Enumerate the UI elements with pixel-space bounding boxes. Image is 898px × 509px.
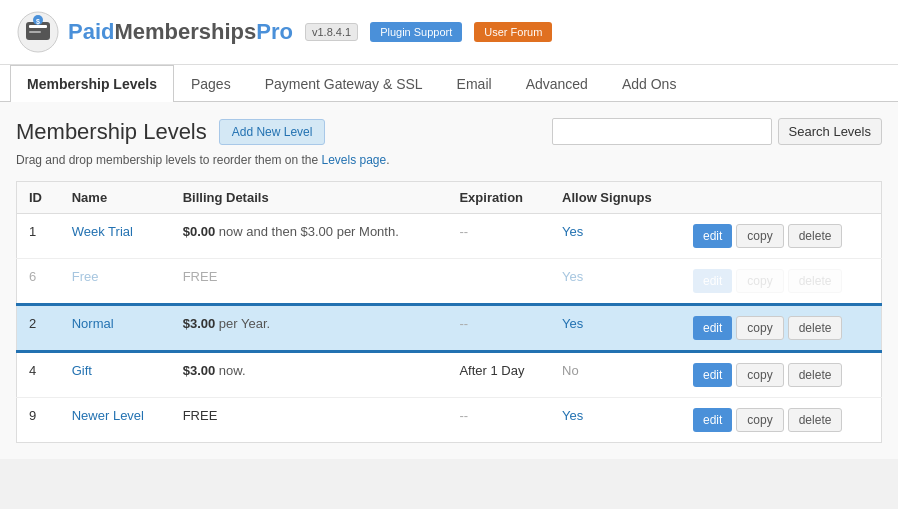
- table-wrapper: ID Name Billing Details Expiration Allow…: [16, 181, 882, 443]
- billing-amount: $0.00: [183, 224, 216, 239]
- copy-button-4[interactable]: copy: [736, 363, 783, 387]
- col-allow-signups: Allow Signups: [550, 182, 681, 214]
- tab-advanced[interactable]: Advanced: [509, 65, 605, 102]
- table-row: 2Normal$3.00 per Year.--Yeseditcopydelet…: [17, 305, 882, 352]
- cell-expiration: --: [447, 305, 550, 352]
- billing-details: now and then $3.00 per Month.: [215, 224, 399, 239]
- delete-button-1[interactable]: delete: [788, 224, 843, 248]
- page-title: Membership Levels: [16, 119, 207, 145]
- cell-actions: editcopydelete: [681, 305, 882, 352]
- tab-payment-gateway[interactable]: Payment Gateway & SSL: [248, 65, 440, 102]
- content-area: Membership Levels Add New Level Search L…: [0, 102, 898, 459]
- levels-table: ID Name Billing Details Expiration Allow…: [16, 181, 882, 443]
- cell-id: 9: [17, 398, 60, 443]
- cell-name: Gift: [60, 352, 171, 398]
- copy-button-2[interactable]: copy: [736, 316, 783, 340]
- action-buttons: editcopydelete: [693, 363, 869, 387]
- col-expiration: Expiration: [447, 182, 550, 214]
- table-header-row: ID Name Billing Details Expiration Allow…: [17, 182, 882, 214]
- tab-email[interactable]: Email: [440, 65, 509, 102]
- table-row: 4Gift$3.00 now.After 1 DayNoeditcopydele…: [17, 352, 882, 398]
- cell-name: Free: [60, 259, 171, 305]
- nav-tabs: Membership Levels Pages Payment Gateway …: [0, 65, 898, 102]
- cell-allow-signups: No: [550, 352, 681, 398]
- search-levels-button[interactable]: Search Levels: [778, 118, 882, 145]
- cell-expiration: --: [447, 398, 550, 443]
- svg-rect-3: [29, 31, 41, 33]
- search-row: Search Levels: [552, 118, 882, 145]
- cell-actions: editcopydelete: [681, 352, 882, 398]
- plugin-support-button[interactable]: Plugin Support: [370, 22, 462, 42]
- level-name-link[interactable]: Newer Level: [72, 408, 144, 423]
- cell-billing: $3.00 per Year.: [171, 305, 448, 352]
- table-body: 1Week Trial$0.00 now and then $3.00 per …: [17, 214, 882, 443]
- table-row: 6FreeFREEYeseditcopydelete: [17, 259, 882, 305]
- edit-button-9[interactable]: edit: [693, 408, 732, 432]
- svg-rect-2: [29, 25, 47, 28]
- page-title-row: Membership Levels Add New Level Search L…: [16, 118, 882, 145]
- version-badge: v1.8.4.1: [305, 23, 358, 41]
- tab-pages[interactable]: Pages: [174, 65, 248, 102]
- edit-button-4[interactable]: edit: [693, 363, 732, 387]
- col-name: Name: [60, 182, 171, 214]
- table-row: 1Week Trial$0.00 now and then $3.00 per …: [17, 214, 882, 259]
- level-name-link[interactable]: Week Trial: [72, 224, 133, 239]
- cell-allow-signups: Yes: [550, 398, 681, 443]
- cell-id: 1: [17, 214, 60, 259]
- cell-id: 6: [17, 259, 60, 305]
- delete-button-6[interactable]: delete: [788, 269, 843, 293]
- delete-button-2[interactable]: delete: [788, 316, 843, 340]
- page-title-left: Membership Levels Add New Level: [16, 119, 325, 145]
- svg-text:$: $: [36, 18, 40, 26]
- action-buttons: editcopydelete: [693, 269, 869, 293]
- cell-id: 4: [17, 352, 60, 398]
- level-name-link[interactable]: Free: [72, 269, 99, 284]
- table-head: ID Name Billing Details Expiration Allow…: [17, 182, 882, 214]
- cell-allow-signups: Yes: [550, 259, 681, 305]
- cell-name: Week Trial: [60, 214, 171, 259]
- tab-add-ons[interactable]: Add Ons: [605, 65, 693, 102]
- delete-button-9[interactable]: delete: [788, 408, 843, 432]
- cell-id: 2: [17, 305, 60, 352]
- logo-icon: $: [16, 10, 60, 54]
- cell-billing: $0.00 now and then $3.00 per Month.: [171, 214, 448, 259]
- level-name-link[interactable]: Gift: [72, 363, 92, 378]
- logo-area: $ PaidMembershipsPro: [16, 10, 293, 54]
- cell-expiration: --: [447, 214, 550, 259]
- copy-button-1[interactable]: copy: [736, 224, 783, 248]
- col-actions: [681, 182, 882, 214]
- delete-button-4[interactable]: delete: [788, 363, 843, 387]
- cell-actions: editcopydelete: [681, 398, 882, 443]
- cell-name: Newer Level: [60, 398, 171, 443]
- cell-billing: $3.00 now.: [171, 352, 448, 398]
- drag-hint: Drag and drop membership levels to reord…: [16, 153, 882, 167]
- billing-amount: $3.00: [183, 316, 216, 331]
- edit-button-6[interactable]: edit: [693, 269, 732, 293]
- header: $ PaidMembershipsPro v1.8.4.1 Plugin Sup…: [0, 0, 898, 65]
- user-forum-button[interactable]: User Forum: [474, 22, 552, 42]
- cell-billing: FREE: [171, 259, 448, 305]
- search-input[interactable]: [552, 118, 772, 145]
- levels-page-link[interactable]: Levels page: [322, 153, 387, 167]
- level-name-link[interactable]: Normal: [72, 316, 114, 331]
- cell-name: Normal: [60, 305, 171, 352]
- copy-button-6[interactable]: copy: [736, 269, 783, 293]
- action-buttons: editcopydelete: [693, 316, 869, 340]
- tab-membership-levels[interactable]: Membership Levels: [10, 65, 174, 102]
- cell-allow-signups: Yes: [550, 305, 681, 352]
- cell-billing: FREE: [171, 398, 448, 443]
- edit-button-1[interactable]: edit: [693, 224, 732, 248]
- table-row: 9Newer LevelFREE--Yeseditcopydelete: [17, 398, 882, 443]
- cell-expiration: After 1 Day: [447, 352, 550, 398]
- billing-details: now.: [215, 363, 245, 378]
- add-new-level-button[interactable]: Add New Level: [219, 119, 326, 145]
- action-buttons: editcopydelete: [693, 224, 869, 248]
- col-id: ID: [17, 182, 60, 214]
- action-buttons: editcopydelete: [693, 408, 869, 432]
- copy-button-9[interactable]: copy: [736, 408, 783, 432]
- billing-details: per Year.: [215, 316, 270, 331]
- col-billing: Billing Details: [171, 182, 448, 214]
- cell-allow-signups: Yes: [550, 214, 681, 259]
- edit-button-2[interactable]: edit: [693, 316, 732, 340]
- cell-expiration: [447, 259, 550, 305]
